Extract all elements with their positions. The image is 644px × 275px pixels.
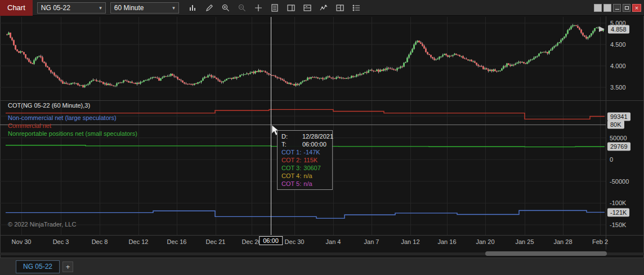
- cot-axis-label: -50000: [610, 178, 629, 185]
- cot-axis-label: -150K: [610, 221, 626, 228]
- indicators-icon[interactable]: [317, 2, 330, 14]
- tooltip-row-cot2: COT 2:115K: [281, 156, 332, 164]
- zoom-in-icon[interactable]: [220, 2, 232, 14]
- window-controls: ×: [594, 4, 641, 12]
- time-axis-tick: Jan 7: [364, 238, 379, 245]
- cot-legend-item: Commercial net: [8, 122, 51, 129]
- cot-axis-label: 50000: [610, 135, 627, 141]
- data-box-icon[interactable]: [301, 2, 314, 14]
- cot-legend-item: Nonreportable positions net (small specu…: [8, 130, 137, 137]
- minimize-button[interactable]: [613, 4, 621, 12]
- instrument-select-value: NG 05-22: [41, 4, 70, 12]
- price-axis-label: 4.000: [610, 63, 626, 69]
- close-button[interactable]: ×: [632, 4, 641, 12]
- tooltip-row-cot5: COT 5:n/a: [281, 180, 332, 188]
- drawing-tools-icon[interactable]: [203, 2, 216, 14]
- cot-value-badge: 99341: [607, 112, 630, 121]
- crosshair-icon[interactable]: [252, 2, 265, 14]
- cot-value-badge: -121K: [607, 208, 629, 216]
- properties-icon[interactable]: [350, 2, 363, 14]
- price-axis-label: 4.500: [610, 41, 626, 48]
- last-price-badge: 4.858: [608, 25, 629, 33]
- cursor-time-box: 06:00: [259, 236, 283, 245]
- time-axis-tick: Dec 30: [285, 238, 305, 245]
- time-axis-tick: Jan 12: [401, 238, 419, 245]
- time-axis-tick: Jan 28: [553, 238, 572, 245]
- time-axis-tick: Dec 16: [167, 238, 187, 245]
- time-axis-tick: Jan 20: [476, 238, 494, 245]
- data-box-tooltip: D:12/28/2021 T:06:00:00 COT 1:-147K COT …: [277, 130, 333, 190]
- price-axis-label: 3.500: [610, 84, 626, 91]
- tooltip-row-date: D:12/28/2021: [281, 132, 332, 140]
- time-axis-tick: Dec 12: [129, 238, 149, 245]
- chart-toolbar: [187, 2, 363, 14]
- copyright-label: © 2022 NinjaTrader, LLC: [8, 221, 76, 228]
- chevron-down-icon: ▾: [99, 5, 102, 11]
- tooltip-row-time: T:06:00:00: [281, 140, 332, 148]
- time-axis-tick: Feb 2: [592, 238, 608, 245]
- zoom-out-icon[interactable]: [236, 2, 248, 14]
- interval-link-button[interactable]: [603, 4, 611, 12]
- maximize-icon: [625, 6, 629, 10]
- add-tab-button[interactable]: +: [62, 261, 73, 272]
- time-axis-tick: Dec 8: [92, 238, 108, 245]
- chart-panel-icon[interactable]: [285, 2, 297, 14]
- time-axis-tick: Dec 26: [242, 238, 262, 245]
- tooltip-row-cot3: COT 3:30607: [281, 164, 332, 172]
- time-axis-tick: Jan 4: [326, 238, 341, 245]
- time-axis-tick: Dec 3: [53, 238, 69, 245]
- chevron-down-icon: ▾: [172, 5, 175, 11]
- cot-indicator-label: COT(NG 05-22 (60 Minute),3): [8, 102, 90, 109]
- cot-legend-item: Non-commercial net (large speculators): [8, 114, 117, 121]
- interval-select-value: 60 Minute: [114, 4, 144, 12]
- cot-value-badge: 80K: [607, 121, 624, 129]
- tab-ng-05-22[interactable]: NG 05-22: [16, 260, 60, 273]
- instrument-link-button[interactable]: [594, 4, 602, 12]
- cot-axis-label: -100K: [610, 199, 626, 206]
- window-title: Chart: [0, 0, 33, 16]
- chart-style-icon[interactable]: [187, 2, 199, 14]
- chart-trader-icon[interactable]: [334, 2, 346, 14]
- tab-bar: NG 05-22 +: [0, 258, 644, 275]
- time-axis-tick: Nov 30: [12, 238, 32, 245]
- time-axis-tick: Jan 25: [515, 238, 534, 245]
- minimize-icon: [615, 9, 619, 10]
- time-axis-tick: Dec 21: [206, 238, 226, 245]
- cot-value-badge: 29769: [607, 143, 630, 151]
- horizontal-scrollbar-thumb[interactable]: [485, 251, 607, 256]
- tooltip-row-cot1: COT 1:-147K: [281, 148, 332, 156]
- report-icon[interactable]: [269, 2, 281, 14]
- cot-axis-label: 0: [610, 156, 613, 163]
- instrument-select[interactable]: NG 05-22 ▾: [37, 2, 106, 14]
- time-axis-tick: Jan 16: [437, 238, 456, 245]
- maximize-button[interactable]: [623, 4, 630, 12]
- tooltip-row-cot4: COT 4:n/a: [281, 172, 332, 180]
- interval-select[interactable]: 60 Minute ▾: [110, 2, 179, 14]
- titlebar: Chart NG 05-22 ▾ 60 Minute ▾: [0, 0, 644, 16]
